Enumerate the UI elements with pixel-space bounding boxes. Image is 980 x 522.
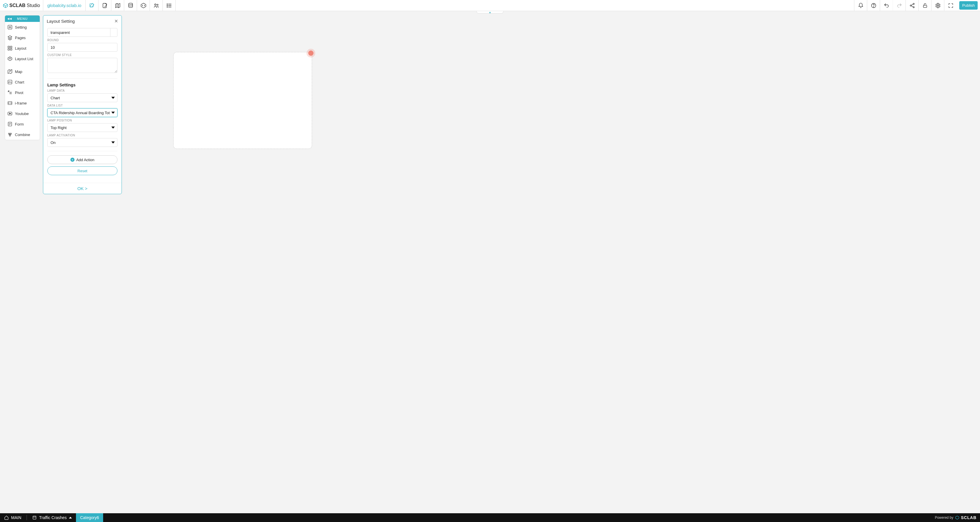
lock-button[interactable] <box>918 0 931 11</box>
custom-style-label: Custom Style <box>47 54 118 57</box>
color-input[interactable]: transparent <box>47 28 118 37</box>
share-button[interactable] <box>905 0 918 11</box>
svg-point-19 <box>937 5 939 6</box>
bottom-tab-traffic[interactable]: Traffic Crashes <box>28 513 76 522</box>
svg-point-10 <box>167 4 167 5</box>
layout-box[interactable] <box>173 52 312 149</box>
sidebar-item-label: Layout <box>15 46 26 51</box>
add-action-button[interactable]: + Add Action <box>47 155 118 164</box>
separator <box>47 151 118 151</box>
data-list-select[interactable]: CTA Ridership Annual Boarding Tot <box>47 108 118 117</box>
help-button[interactable] <box>867 0 880 11</box>
publish-button[interactable]: Publish <box>959 1 978 10</box>
topbar: SCLAB Studio globalcity.sclab.io <box>0 0 980 11</box>
sidebar-item-pages[interactable]: Pages <box>5 32 40 43</box>
sidebar-title: MENU <box>17 17 27 21</box>
svg-rect-25 <box>11 49 12 50</box>
users-button[interactable] <box>150 0 163 11</box>
sidebar-item-map[interactable]: Map <box>5 66 40 77</box>
data-list-label: Data List <box>47 104 118 107</box>
sidebar-item-label: Pivot <box>15 90 23 95</box>
svg-rect-18 <box>923 5 927 7</box>
sidebar-item-iframe[interactable]: i-frame <box>5 98 40 108</box>
svg-point-12 <box>167 7 167 7</box>
sidebar-item-form[interactable]: Form <box>5 119 40 129</box>
custom-style-input[interactable] <box>47 58 118 73</box>
bottom-tab-main[interactable]: MAIN <box>0 513 25 522</box>
sidebar-item-label: Chart <box>15 80 24 84</box>
reset-button[interactable]: Reset <box>47 167 118 175</box>
powered-by: Powered by SCLAB <box>931 513 980 522</box>
sidebar-item-layout[interactable]: Layout <box>5 43 40 54</box>
round-label: Round <box>47 38 118 42</box>
svg-marker-4 <box>141 3 146 8</box>
sidebar-item-label: Combine <box>15 133 30 137</box>
bottom-tab-category6[interactable]: Category6 <box>76 513 103 522</box>
svg-rect-40 <box>33 516 36 519</box>
lamp-data-select[interactable]: Chart <box>47 94 118 102</box>
settings-button[interactable] <box>931 0 944 11</box>
sidebar-item-label: Pages <box>15 36 26 40</box>
round-input[interactable] <box>47 43 118 52</box>
lamp-position-select[interactable]: Top Right <box>47 123 118 132</box>
lamp-activation-select[interactable]: On <box>47 138 118 147</box>
sidebar-header[interactable]: ◀◀ MENU <box>5 16 40 22</box>
svg-point-21 <box>10 27 11 28</box>
undo-button[interactable] <box>880 0 892 11</box>
sidebar-item-label: Youtube <box>15 111 29 116</box>
separator <box>47 78 118 79</box>
lamp-position-value: Top Right <box>51 125 67 130</box>
data-list-value: CTA Ridership Annual Boarding Tot <box>51 111 110 115</box>
svg-point-11 <box>167 5 167 6</box>
map-icon <box>7 69 13 74</box>
svg-rect-23 <box>11 46 12 48</box>
svg-point-5 <box>154 4 156 5</box>
powered-label: Powered by <box>935 516 953 520</box>
sidebar-item-setting[interactable]: Setting <box>5 22 40 32</box>
pivot-icon <box>7 90 13 95</box>
caret-down-icon <box>111 127 115 129</box>
fullscreen-button[interactable] <box>944 0 957 11</box>
svg-point-6 <box>157 4 158 5</box>
lamp-section-title: Lamp Settings <box>47 83 118 87</box>
svg-marker-26 <box>8 57 12 61</box>
svg-rect-22 <box>8 46 10 48</box>
lamp-data-value: Chart <box>51 96 60 100</box>
plus-icon: + <box>70 158 75 162</box>
lamp-position-label: Lamp Position <box>47 119 118 122</box>
sidebar-item-pivot[interactable]: Pivot <box>5 87 40 98</box>
sidebar-item-chart[interactable]: Chart <box>5 77 40 87</box>
color-swatch[interactable] <box>110 28 117 36</box>
sidebar-item-label: Form <box>15 122 24 126</box>
sidebar-item-label: Layout List <box>15 57 33 61</box>
project-url[interactable]: globalcity.sclab.io <box>43 0 86 11</box>
edit-page-button[interactable] <box>86 0 99 11</box>
lamp-indicator <box>308 51 313 56</box>
ok-button[interactable]: OK > <box>43 183 122 194</box>
sidebar-item-label: Map <box>15 70 22 74</box>
sidebar-item-label: i-frame <box>15 101 27 105</box>
sidebar-item-youtube[interactable]: Youtube <box>5 108 40 119</box>
map-button[interactable] <box>111 0 124 11</box>
grid-icon <box>7 46 13 51</box>
svg-rect-20 <box>8 25 12 29</box>
bottom-tab-label: Traffic Crashes <box>39 515 67 520</box>
sidebar-item-layoutlist[interactable]: Layout List <box>5 54 40 64</box>
database-button[interactable] <box>124 0 137 11</box>
layoutlist-icon <box>7 56 13 61</box>
caret-down-icon <box>111 141 115 144</box>
redo-button[interactable] <box>892 0 905 11</box>
app-logo: SCLAB Studio <box>0 0 43 11</box>
edit-doc-button[interactable] <box>99 0 111 11</box>
home-icon <box>4 515 9 520</box>
panel-title: Layout Setting <box>47 19 75 24</box>
close-icon[interactable]: ✕ <box>114 18 118 24</box>
canvas-pull-tab[interactable]: ▲ <box>477 11 503 13</box>
svg-rect-24 <box>8 49 10 50</box>
list-button[interactable] <box>163 0 176 11</box>
sidebar-item-combine[interactable]: Combine <box>5 129 40 140</box>
logo-icon <box>955 516 959 520</box>
page-icon <box>32 515 37 520</box>
notifications-button[interactable] <box>854 0 867 11</box>
code-button[interactable] <box>137 0 150 11</box>
